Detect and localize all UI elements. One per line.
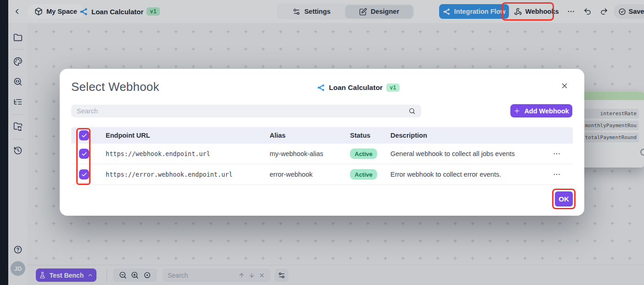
column-header-status: Status (350, 132, 370, 139)
row-checkbox[interactable] (79, 149, 89, 159)
check-icon (81, 151, 87, 157)
ok-button[interactable]: OK (555, 191, 573, 207)
row-menu-button[interactable] (553, 170, 562, 179)
table-row[interactable]: https://error.webhook.endpoint.url error… (71, 164, 573, 185)
column-header-alias: Alias (270, 132, 286, 139)
row-checkbox[interactable] (79, 169, 89, 179)
search-icon[interactable] (408, 107, 416, 115)
dialog-app-name: Loan Calculator (329, 84, 383, 92)
ok-label: OK (559, 195, 569, 203)
column-header-endpoint: Endpoint URL (106, 132, 150, 139)
select-all-checkbox[interactable] (79, 130, 89, 140)
add-webhook-button[interactable]: Add Webhook (510, 104, 572, 117)
webhook-description: General webhook to collect all jobs even… (390, 150, 515, 157)
table-header-row: Endpoint URL Alias Status Description (71, 127, 573, 144)
close-icon (560, 82, 569, 90)
row-menu-button[interactable] (553, 150, 562, 158)
column-header-description: Description (390, 132, 427, 139)
status-badge: Active (350, 169, 377, 180)
dialog-app-context: Loan Calculator v1 (317, 82, 400, 93)
table-row[interactable]: https://webhook.endpoint.url my-webhook-… (71, 144, 573, 164)
add-webhook-label: Add Webhook (524, 107, 569, 115)
webhook-search (71, 105, 421, 117)
webhook-alias: error-webhook (270, 171, 313, 178)
webhook-table: Endpoint URL Alias Status Description ht… (71, 127, 573, 185)
dialog-title: Select Webhook (71, 80, 159, 94)
row-menu-icon (553, 150, 561, 158)
webhook-alias: my-webhook-alias (270, 150, 323, 157)
flow-icon (317, 84, 325, 92)
status-badge: Active (350, 149, 377, 159)
check-icon (81, 172, 87, 178)
endpoint-url: https://error.webhook.endpoint.url (106, 171, 232, 178)
status-cell: Active (350, 169, 377, 180)
app-window: My Space Loan Calculator v1 Settings Des… (0, 0, 644, 285)
check-icon (81, 133, 87, 139)
webhook-search-input[interactable] (77, 107, 408, 115)
plus-icon (514, 107, 520, 114)
select-webhook-dialog: Select Webhook Loan Calculator v1 Add We… (60, 69, 584, 216)
row-menu-icon (553, 170, 561, 179)
webhook-description: Error webhook to collect error events. (390, 171, 501, 178)
close-button[interactable] (560, 82, 569, 90)
status-cell: Active (350, 149, 377, 159)
dialog-version-badge: v1 (386, 84, 399, 92)
endpoint-url: https://webhook.endpoint.url (106, 150, 210, 157)
